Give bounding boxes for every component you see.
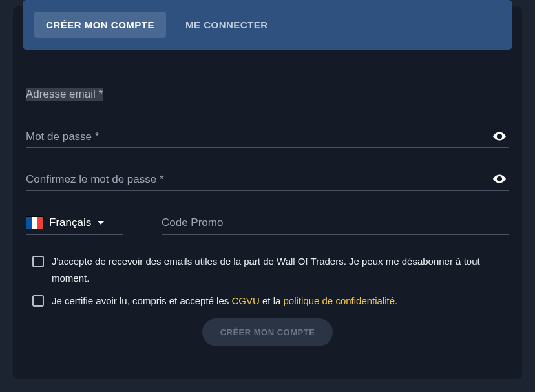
submit-row: CRÉER MON COMPTE	[26, 318, 509, 346]
terms-suffix: .	[395, 295, 397, 306]
newsletter-text: J'accepte de recevoir des emails utiles …	[52, 253, 503, 286]
confirm-password-label: Confirmez le mot de passe *	[26, 173, 164, 186]
signup-form: Adresse email * Mot de passe * Confirmez…	[13, 56, 522, 346]
email-field[interactable]: Adresse email *	[26, 85, 509, 105]
privacy-link[interactable]: politique de confidentialité	[283, 295, 395, 306]
language-select[interactable]: Français	[26, 216, 123, 235]
consent-section: J'accepte de recevoir des emails utiles …	[26, 253, 509, 309]
cgvu-link[interactable]: CGVU	[231, 295, 259, 306]
chevron-down-icon	[98, 221, 104, 225]
email-label: Adresse email *	[26, 88, 103, 101]
password-field[interactable]: Mot de passe *	[26, 127, 509, 148]
toggle-confirm-visibility-icon[interactable]	[492, 172, 507, 186]
language-label: Français	[49, 216, 91, 229]
create-account-button[interactable]: CRÉER MON COMPTE	[202, 318, 333, 346]
promo-code-field[interactable]: Code Promo	[162, 216, 509, 235]
flag-france-icon	[26, 216, 44, 229]
terms-row: Je certifie avoir lu, compris et accepté…	[32, 293, 503, 309]
confirm-password-field[interactable]: Confirmez le mot de passe *	[26, 170, 509, 191]
password-label: Mot de passe *	[26, 130, 99, 143]
tab-create-account[interactable]: CRÉER MON COMPTE	[34, 12, 166, 38]
signup-card: CRÉER MON COMPTE ME CONNECTER Adresse em…	[13, 6, 522, 379]
promo-placeholder: Code Promo	[162, 216, 223, 229]
newsletter-checkbox[interactable]	[32, 256, 44, 267]
terms-prefix: Je certifie avoir lu, compris et accepté…	[52, 295, 231, 306]
auth-tabbar: CRÉER MON COMPTE ME CONNECTER	[23, 0, 512, 50]
svg-point-0	[498, 135, 501, 138]
svg-point-1	[498, 178, 501, 180]
toggle-password-visibility-icon[interactable]	[492, 129, 507, 143]
lang-promo-row: Français Code Promo	[26, 216, 509, 235]
terms-checkbox[interactable]	[32, 295, 44, 307]
terms-text: Je certifie avoir lu, compris et accepté…	[52, 293, 503, 309]
newsletter-row: J'accepte de recevoir des emails utiles …	[32, 253, 503, 286]
terms-mid: et la	[260, 295, 284, 306]
tab-login[interactable]: ME CONNECTER	[174, 12, 280, 38]
